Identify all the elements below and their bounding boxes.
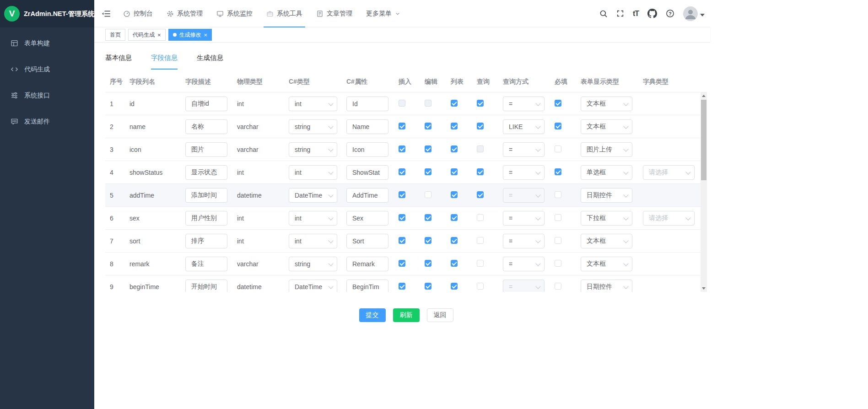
required-checkbox[interactable] — [555, 168, 561, 175]
list-checkbox[interactable] — [451, 283, 458, 290]
display-type-select[interactable]: 日期控件 — [581, 280, 632, 292]
sidebar-fold-button[interactable] — [94, 9, 116, 18]
insert-checkbox[interactable] — [399, 145, 405, 152]
cs-type-select[interactable]: string — [289, 119, 337, 134]
fullscreen-icon[interactable] — [616, 10, 624, 17]
field-desc-input[interactable] — [185, 280, 227, 292]
display-type-select[interactable]: 日期控件 — [581, 188, 632, 203]
insert-checkbox[interactable] — [399, 168, 405, 175]
font-size-icon[interactable]: tT — [633, 10, 639, 18]
user-avatar-menu[interactable] — [683, 6, 705, 21]
help-icon[interactable]: ? — [666, 9, 674, 18]
close-icon[interactable]: × — [204, 32, 208, 38]
edit-checkbox[interactable] — [425, 123, 431, 129]
edit-checkbox[interactable] — [425, 283, 431, 290]
insert-checkbox[interactable] — [399, 123, 405, 129]
cs-type-select[interactable]: string — [289, 142, 337, 157]
edit-checkbox[interactable] — [425, 168, 431, 175]
cs-prop-input[interactable] — [346, 165, 388, 180]
query-mode-select[interactable]: = — [503, 97, 545, 111]
query-checkbox[interactable] — [477, 214, 484, 221]
cs-prop-input[interactable] — [346, 188, 388, 203]
refresh-button[interactable]: 刷新 — [393, 308, 420, 322]
nav-item-more-menu[interactable]: 更多菜单 — [359, 0, 407, 27]
close-icon[interactable]: × — [157, 32, 161, 38]
tag-code-gen[interactable]: 代码生成 × — [128, 29, 166, 41]
insert-checkbox[interactable] — [399, 283, 405, 290]
cs-type-select[interactable]: int — [289, 234, 337, 248]
cs-prop-input[interactable] — [346, 234, 388, 248]
query-checkbox[interactable] — [477, 145, 484, 152]
display-type-select[interactable]: 文本框 — [581, 257, 632, 271]
search-icon[interactable] — [599, 10, 608, 18]
field-desc-input[interactable] — [185, 119, 227, 134]
list-checkbox[interactable] — [451, 260, 458, 267]
tag-gen-edit[interactable]: 生成修改 × — [168, 29, 212, 41]
back-button[interactable]: 返回 — [427, 308, 453, 322]
query-mode-select[interactable]: = — [503, 165, 545, 180]
list-checkbox[interactable] — [451, 123, 458, 129]
display-type-select[interactable]: 单选框 — [581, 165, 632, 180]
display-type-select[interactable]: 图片上传 — [581, 142, 632, 157]
display-type-select[interactable]: 文本框 — [581, 97, 632, 111]
insert-checkbox[interactable] — [399, 237, 405, 244]
query-mode-select[interactable]: = — [503, 188, 545, 203]
required-checkbox[interactable] — [555, 283, 561, 290]
sidebar-item-system-api[interactable]: 系统接口 — [0, 82, 94, 108]
scroll-up-button[interactable] — [701, 92, 707, 99]
query-checkbox[interactable] — [477, 123, 484, 129]
required-checkbox[interactable] — [555, 214, 561, 221]
insert-checkbox[interactable] — [399, 214, 405, 221]
submit-button[interactable]: 提交 — [359, 308, 386, 322]
nav-item-dashboard[interactable]: 控制台 — [116, 0, 160, 27]
insert-checkbox[interactable] — [399, 191, 405, 198]
field-desc-input[interactable] — [185, 234, 227, 248]
cs-type-select[interactable]: DateTime — [289, 188, 337, 203]
list-checkbox[interactable] — [451, 145, 458, 152]
list-checkbox[interactable] — [451, 191, 458, 198]
cs-type-select[interactable]: int — [289, 165, 337, 180]
required-checkbox[interactable] — [555, 100, 561, 107]
query-mode-select[interactable]: = — [503, 234, 545, 248]
cs-type-select[interactable]: int — [289, 97, 337, 111]
required-checkbox[interactable] — [555, 237, 561, 244]
field-desc-input[interactable] — [185, 188, 227, 203]
nav-item-article-manage[interactable]: 文章管理 — [309, 0, 359, 27]
list-checkbox[interactable] — [451, 100, 458, 107]
nav-item-system-monitor[interactable]: 系统监控 — [210, 0, 259, 27]
display-type-select[interactable]: 文本框 — [581, 119, 632, 134]
dict-type-select[interactable]: 请选择 — [643, 165, 695, 180]
insert-checkbox[interactable] — [399, 100, 405, 107]
insert-checkbox[interactable] — [399, 260, 405, 267]
tag-home[interactable]: 首页 — [105, 29, 125, 41]
sidebar-item-code-gen[interactable]: 代码生成 — [0, 56, 94, 82]
scrollbar-thumb[interactable] — [701, 100, 706, 180]
field-desc-input[interactable] — [185, 142, 227, 157]
app-logo[interactable]: V ZrAdmin.NET-管理系统 — [0, 0, 94, 27]
field-desc-input[interactable] — [185, 211, 227, 226]
scroll-down-button[interactable] — [701, 285, 707, 292]
nav-item-system-tools[interactable]: 系统工具 — [259, 0, 309, 27]
github-icon[interactable] — [647, 9, 657, 18]
query-mode-select[interactable]: = — [503, 280, 545, 292]
sidebar-item-send-mail[interactable]: 发送邮件 — [0, 108, 94, 135]
sidebar-item-form-builder[interactable]: 表单构建 — [0, 30, 94, 56]
query-mode-select[interactable]: = — [503, 142, 545, 157]
cs-type-select[interactable]: string — [289, 257, 337, 271]
edit-checkbox[interactable] — [425, 100, 431, 107]
table-scrollbar[interactable] — [701, 92, 707, 292]
edit-checkbox[interactable] — [425, 191, 431, 198]
field-desc-input[interactable] — [185, 165, 227, 180]
cs-prop-input[interactable] — [346, 97, 388, 111]
cs-prop-input[interactable] — [346, 280, 388, 292]
required-checkbox[interactable] — [555, 260, 561, 267]
edit-checkbox[interactable] — [425, 260, 431, 267]
cs-prop-input[interactable] — [346, 142, 388, 157]
cs-type-select[interactable]: DateTime — [289, 280, 337, 292]
edit-checkbox[interactable] — [425, 214, 431, 221]
tab-gen-info[interactable]: 生成信息 — [197, 54, 223, 70]
query-checkbox[interactable] — [477, 283, 484, 290]
query-mode-select[interactable]: LIKE — [503, 119, 545, 134]
required-checkbox[interactable] — [555, 145, 561, 152]
cs-type-select[interactable]: int — [289, 211, 337, 226]
